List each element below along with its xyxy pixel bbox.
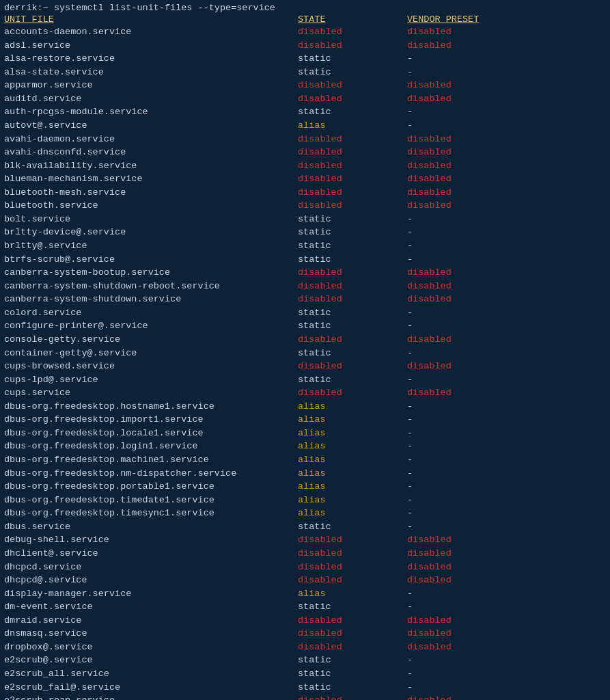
unit-file-cell: brltty-device@.service [4, 226, 298, 239]
state-cell: disabled [298, 79, 407, 92]
state-cell: disabled [298, 561, 407, 574]
unit-file-cell: bluetooth.service [4, 199, 298, 213]
unit-file-cell: adsl.service [4, 39, 298, 53]
vendor-preset-cell: disabled [407, 641, 544, 654]
table-row: dbus-org.freedesktop.nm-dispatcher.servi… [4, 467, 606, 481]
table-row: display-manager.servicealias- [4, 587, 606, 601]
table-row: e2scrub_fail@.servicestatic- [4, 681, 606, 695]
header-unit-file: UNIT FILE [4, 14, 298, 25]
state-cell: static [298, 306, 407, 320]
table-row: colord.servicestatic- [4, 306, 606, 320]
vendor-preset-cell: - [407, 105, 544, 119]
table-row: adsl.servicedisableddisabled [4, 39, 606, 53]
unit-file-cell: dnsmasq.service [4, 627, 298, 641]
state-cell: static [298, 239, 407, 253]
vendor-preset-cell: disabled [407, 25, 544, 39]
unit-file-cell: dbus-org.freedesktop.import1.service [4, 413, 298, 427]
vendor-preset-cell: disabled [407, 694, 544, 700]
unit-file-cell: e2scrub@.service [4, 654, 298, 667]
vendor-preset-cell: - [407, 253, 544, 267]
state-cell: alias [298, 587, 407, 601]
state-cell: alias [298, 494, 407, 507]
state-cell: disabled [298, 186, 407, 200]
unit-file-cell: dbus-org.freedesktop.portable1.service [4, 480, 298, 494]
unit-file-cell: dbus-org.freedesktop.hostname1.service [4, 400, 298, 414]
unit-file-cell: avahi-dnsconfd.service [4, 146, 298, 159]
state-cell: alias [298, 119, 407, 133]
vendor-preset-cell: - [407, 681, 544, 695]
vendor-preset-cell: - [407, 306, 544, 320]
vendor-preset-cell: disabled [407, 39, 544, 53]
state-cell: disabled [298, 333, 407, 347]
vendor-preset-cell: disabled [407, 561, 544, 574]
unit-file-cell: blueman-mechanism.service [4, 172, 298, 186]
state-cell: static [298, 213, 407, 226]
table-row: e2scrub_all.servicestatic- [4, 667, 606, 681]
table-row: bluetooth.servicedisableddisabled [4, 199, 606, 213]
state-cell: disabled [298, 172, 407, 186]
state-cell: static [298, 253, 407, 267]
state-cell: static [298, 347, 407, 360]
unit-file-cell: dbus-org.freedesktop.login1.service [4, 440, 298, 453]
unit-file-cell: configure-printer@.service [4, 319, 298, 333]
unit-file-cell: debug-shell.service [4, 533, 298, 547]
unit-file-cell: auth-rpcgss-module.service [4, 105, 298, 119]
header-vendor-preset: VENDOR PRESET [407, 14, 544, 25]
table-row: brltty@.servicestatic- [4, 239, 606, 253]
table-row: canberra-system-bootup.servicedisableddi… [4, 266, 606, 280]
state-cell: disabled [298, 627, 407, 641]
vendor-preset-cell: disabled [407, 280, 544, 293]
table-row: auth-rpcgss-module.servicestatic- [4, 105, 606, 119]
state-cell: disabled [298, 293, 407, 306]
table-row: dnsmasq.servicedisableddisabled [4, 627, 606, 641]
vendor-preset-cell: disabled [407, 547, 544, 561]
vendor-preset-cell: - [407, 427, 544, 440]
vendor-preset-cell: disabled [407, 293, 544, 306]
vendor-preset-cell: disabled [407, 574, 544, 587]
table-row: cups-browsed.servicedisableddisabled [4, 360, 606, 373]
state-cell: alias [298, 453, 407, 467]
vendor-preset-cell: - [407, 654, 544, 667]
state-cell: static [298, 105, 407, 119]
table-row: dbus-org.freedesktop.locale1.servicealia… [4, 427, 606, 440]
state-cell: disabled [298, 574, 407, 587]
vendor-preset-cell: - [407, 587, 544, 601]
state-cell: disabled [298, 146, 407, 159]
unit-file-cell: canberra-system-shutdown.service [4, 293, 298, 306]
vendor-preset-cell: - [407, 413, 544, 427]
unit-file-cell: e2scrub_all.service [4, 667, 298, 681]
state-cell: disabled [298, 614, 407, 628]
vendor-preset-cell: - [407, 347, 544, 360]
unit-file-cell: dm-event.service [4, 600, 298, 614]
table-row: console-getty.servicedisableddisabled [4, 333, 606, 347]
state-cell: static [298, 600, 407, 614]
vendor-preset-cell: disabled [407, 133, 544, 146]
state-cell: alias [298, 427, 407, 440]
title-line: derrik:~ systemctl list-unit-files --typ… [4, 3, 606, 13]
table-row: dbus-org.freedesktop.timesync1.serviceal… [4, 507, 606, 520]
vendor-preset-cell: disabled [407, 79, 544, 92]
table-row: cups.servicedisableddisabled [4, 386, 606, 400]
vendor-preset-cell: - [407, 600, 544, 614]
state-cell: disabled [298, 360, 407, 373]
unit-file-cell: alsa-restore.service [4, 52, 298, 66]
state-cell: disabled [298, 386, 407, 400]
unit-file-cell: apparmor.service [4, 79, 298, 92]
vendor-preset-cell: - [407, 52, 544, 66]
state-cell: disabled [298, 641, 407, 654]
vendor-preset-cell: disabled [407, 146, 544, 159]
state-cell: alias [298, 413, 407, 427]
unit-file-cell: dbus-org.freedesktop.locale1.service [4, 427, 298, 440]
state-cell: disabled [298, 533, 407, 547]
unit-file-cell: dropbox@.service [4, 641, 298, 654]
unit-file-cell: dbus-org.freedesktop.timedate1.service [4, 494, 298, 507]
state-cell: alias [298, 467, 407, 481]
vendor-preset-cell: - [407, 66, 544, 79]
state-cell: static [298, 226, 407, 239]
rows-container: accounts-daemon.servicedisableddisableda… [4, 25, 606, 700]
table-row: configure-printer@.servicestatic- [4, 319, 606, 333]
unit-file-cell: alsa-state.service [4, 66, 298, 79]
unit-file-cell: dbus-org.freedesktop.nm-dispatcher.servi… [4, 467, 298, 481]
vendor-preset-cell: - [407, 667, 544, 681]
state-cell: disabled [298, 92, 407, 106]
